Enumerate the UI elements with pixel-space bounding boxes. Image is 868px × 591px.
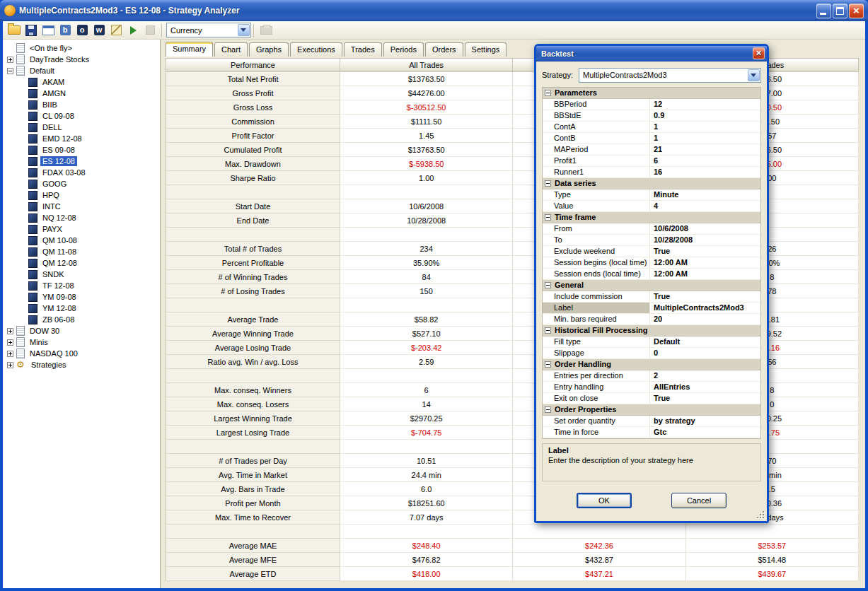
property-category-order-properties[interactable]: Order Properties	[543, 404, 760, 416]
tree-item-fdax-03-08[interactable]: FDAX 03-08	[3, 167, 160, 178]
tree-item-qm-10-08[interactable]: QM 10-08	[3, 235, 160, 246]
property-value[interactable]: 1	[650, 122, 760, 132]
tree-item-dell[interactable]: DELL	[3, 122, 160, 133]
property-value[interactable]: 4	[650, 201, 760, 211]
dialog-close-button[interactable]	[753, 47, 765, 59]
property-category-time-frame[interactable]: Time frame	[543, 212, 760, 223]
property-row-bbstde[interactable]: BBStdE0.9	[543, 110, 760, 122]
property-name[interactable]: Entry handling	[543, 382, 650, 392]
tree-item-nq-12-08[interactable]: NQ 12-08	[3, 212, 160, 223]
chevron-down-icon[interactable]	[748, 69, 760, 81]
tab-trades[interactable]: Trades	[344, 42, 382, 57]
property-row-session-ends-local-time[interactable]: Session ends (local time)12:00 AM	[543, 269, 760, 280]
cancel-button[interactable]: Cancel	[671, 493, 727, 508]
property-name[interactable]: ContA	[543, 122, 650, 132]
property-row-session-begins-local-time[interactable]: Session begins (local time)12:00 AM	[543, 257, 760, 269]
property-row-value[interactable]: Value4	[543, 201, 760, 212]
tree-item-goog[interactable]: GOOG	[3, 178, 160, 189]
property-row-min-bars-required[interactable]: Min. bars required20	[543, 314, 760, 325]
property-row-maperiod[interactable]: MAPeriod21	[543, 144, 760, 156]
tab-summary[interactable]: Summary	[166, 42, 213, 57]
property-name[interactable]: BBPeriod	[543, 99, 650, 110]
new-window-button[interactable]	[40, 23, 56, 38]
collapse-icon[interactable]	[545, 327, 551, 334]
property-value[interactable]: 1	[650, 133, 760, 144]
property-value[interactable]: 10/6/2008	[650, 223, 760, 234]
property-value[interactable]: 12:00 AM	[650, 269, 760, 279]
tree-item-biib[interactable]: BIIB	[3, 99, 160, 110]
property-row-to[interactable]: To10/28/2008	[543, 235, 760, 246]
property-value[interactable]: 21	[650, 144, 760, 155]
expander-icon[interactable]	[7, 351, 13, 357]
chevron-down-icon[interactable]	[238, 24, 250, 36]
property-name[interactable]: ContB	[543, 133, 650, 144]
property-name[interactable]: Time in force	[543, 427, 650, 438]
collapse-icon[interactable]	[545, 90, 551, 96]
tree-item-minis[interactable]: Minis	[3, 337, 160, 348]
property-row-slippage[interactable]: Slippage0	[543, 348, 760, 359]
collapse-icon[interactable]	[545, 406, 551, 413]
property-value[interactable]: Gtc	[650, 427, 760, 438]
property-category-historical-fill-processing[interactable]: Historical Fill Processing	[543, 325, 760, 337]
display-unit-select[interactable]: Currency	[166, 23, 251, 37]
property-value[interactable]: MultipleContracts2Mod3	[650, 303, 760, 313]
tree-item-on-the-fly[interactable]: <On the fly>	[3, 42, 160, 54]
property-name[interactable]: Runner1	[543, 167, 650, 177]
property-value[interactable]: 12:00 AM	[650, 257, 760, 268]
save-button[interactable]	[23, 23, 39, 38]
edit-strategy-button[interactable]	[108, 23, 124, 38]
property-category-general[interactable]: General	[543, 280, 760, 291]
property-row-exclude-weekend[interactable]: Exclude weekendTrue	[543, 246, 760, 257]
property-row-label[interactable]: LabelMultipleContracts2Mod3	[543, 303, 760, 314]
maximize-button[interactable]	[833, 4, 847, 18]
tree-item-dow-30[interactable]: DOW 30	[3, 325, 160, 337]
tree-item-es-09-08[interactable]: ES 09-08	[3, 144, 160, 156]
property-value[interactable]: 0.9	[650, 110, 760, 121]
tree-item-ym-12-08[interactable]: YM 12-08	[3, 303, 160, 314]
tree-item-cl-09-08[interactable]: CL 09-08	[3, 110, 160, 122]
expander-icon[interactable]	[7, 57, 13, 63]
tree-item-default[interactable]: Default	[3, 65, 160, 76]
property-name[interactable]: Profit1	[543, 156, 650, 166]
expander-icon[interactable]	[7, 68, 13, 74]
property-name[interactable]: Label	[543, 303, 650, 313]
property-name[interactable]: Slippage	[543, 348, 650, 358]
tree-item-amgn[interactable]: AMGN	[3, 88, 160, 99]
tab-chart[interactable]: Chart	[214, 42, 248, 57]
property-name[interactable]: To	[543, 235, 650, 245]
tree-item-emd-12-08[interactable]: EMD 12-08	[3, 133, 160, 144]
tab-settings[interactable]: Settings	[465, 42, 507, 57]
tree-item-qm-12-08[interactable]: QM 12-08	[3, 257, 160, 269]
property-row-conta[interactable]: ContA1	[543, 122, 760, 133]
open-button[interactable]	[6, 23, 22, 38]
tree-item-zb-06-08[interactable]: ZB 06-08	[3, 314, 160, 325]
property-name[interactable]: Exit on close	[543, 393, 650, 404]
property-name[interactable]: Exclude weekend	[543, 246, 650, 257]
property-name[interactable]: Set order quantity	[543, 416, 650, 426]
property-value[interactable]: True	[650, 393, 760, 404]
ok-button[interactable]: OK	[577, 493, 632, 508]
property-name[interactable]: Session begins (local time)	[543, 257, 650, 268]
property-row-type[interactable]: TypeMinute	[543, 189, 760, 201]
property-value[interactable]: True	[650, 246, 760, 257]
property-row-contb[interactable]: ContB1	[543, 133, 760, 144]
property-row-time-in-force[interactable]: Time in forceGtc	[543, 427, 760, 438]
tab-executions[interactable]: Executions	[290, 42, 342, 57]
close-button[interactable]	[849, 4, 864, 18]
property-row-set-order-quantity[interactable]: Set order quantityby strategy	[543, 416, 760, 427]
property-name[interactable]: Session ends (local time)	[543, 269, 650, 279]
property-name[interactable]: Include commission	[543, 291, 650, 302]
tree-item-daytrade-stocks[interactable]: DayTrade Stocks	[3, 54, 160, 65]
property-value[interactable]: by strategy	[650, 416, 760, 426]
run-button[interactable]	[125, 23, 141, 38]
property-row-entry-handling[interactable]: Entry handlingAllEntries	[543, 382, 760, 393]
tree-item-qm-11-08[interactable]: QM 11-08	[3, 246, 160, 257]
property-value[interactable]: Default	[650, 337, 760, 347]
property-name[interactable]: Fill type	[543, 337, 650, 347]
property-category-data-series[interactable]: Data series	[543, 178, 760, 189]
tab-graphs[interactable]: Graphs	[249, 42, 289, 57]
tree-item-strategies[interactable]: Strategies	[3, 359, 160, 370]
property-row-fill-type[interactable]: Fill typeDefault	[543, 337, 760, 348]
property-value[interactable]: 16	[650, 167, 760, 177]
tree-item-payx[interactable]: PAYX	[3, 223, 160, 235]
